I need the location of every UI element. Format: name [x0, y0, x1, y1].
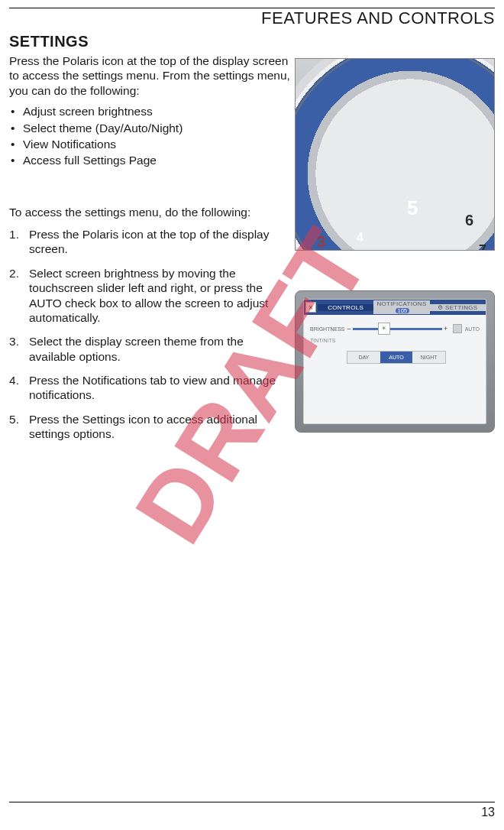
theme-night-button[interactable]: NIGHT [412, 352, 445, 363]
theme-auto-button[interactable]: AUTO [380, 352, 413, 363]
list-item: Access full Settings Page [9, 153, 290, 167]
figure-settings-popup: × CONTROLS NOTIFICATIONS 105 ⚙ SETTINGS … [295, 290, 495, 433]
gauge-tick-4: 4 [357, 231, 363, 245]
list-item: Press the Notifications tab to view and … [9, 373, 290, 403]
theme-day-button[interactable]: DAY [347, 352, 380, 363]
page-number: 13 [9, 806, 495, 819]
figure-gauge: 3 4 5 6 7 [295, 58, 495, 251]
tab-notifications-label: NOTIFICATIONS [376, 300, 426, 307]
section-title: SETTINGS [9, 33, 495, 50]
gear-icon: ⚙ [438, 304, 443, 311]
list-item: Select theme (Day/Auto/Night) [9, 121, 290, 135]
theme-selector: DAY AUTO NIGHT [347, 351, 446, 364]
brightness-label: BRIGHTNESS [310, 326, 345, 332]
auto-checkbox[interactable] [453, 324, 462, 333]
tab-settings-label: SETTINGS [445, 304, 477, 311]
list-item: Press the Polaris icon at the top of the… [9, 227, 290, 257]
gauge-tick-7: 7 [479, 242, 486, 251]
list-item: Select the display screen theme from the… [9, 334, 290, 364]
gauge-tick-6: 6 [465, 212, 473, 229]
list-item: Select screen brightness by moving the t… [9, 266, 290, 326]
tint-label: TINT/NITS [304, 336, 486, 345]
close-icon[interactable]: × [305, 302, 316, 313]
gauge-tick-5: 5 [407, 196, 418, 220]
notifications-badge: 105 [396, 308, 410, 313]
gauge-tick-3: 3 [317, 233, 325, 251]
list-item: Press the Settings icon to access additi… [9, 412, 290, 442]
auto-label: AUTO [465, 326, 480, 332]
steps-list: Press the Polaris icon at the top of the… [9, 227, 290, 442]
list-item: View Notifications [9, 137, 290, 151]
tab-settings[interactable]: ⚙ SETTINGS [430, 304, 486, 311]
brightness-decrease[interactable]: – [345, 325, 353, 332]
settings-capabilities-list: Adjust screen brightness Select theme (D… [9, 104, 290, 168]
brightness-increase[interactable]: + [442, 325, 450, 332]
tab-controls[interactable]: CONTROLS [318, 304, 373, 311]
list-item: Adjust screen brightness [9, 104, 290, 118]
brightness-slider[interactable] [353, 328, 442, 330]
access-intro: To access the settings menu, do the foll… [9, 205, 290, 219]
header-breadcrumb: FEATURES AND CONTROLS [9, 8, 495, 28]
tab-notifications[interactable]: NOTIFICATIONS 105 [373, 300, 429, 314]
intro-paragraph: Press the Polaris icon at the top of the… [9, 53, 290, 98]
